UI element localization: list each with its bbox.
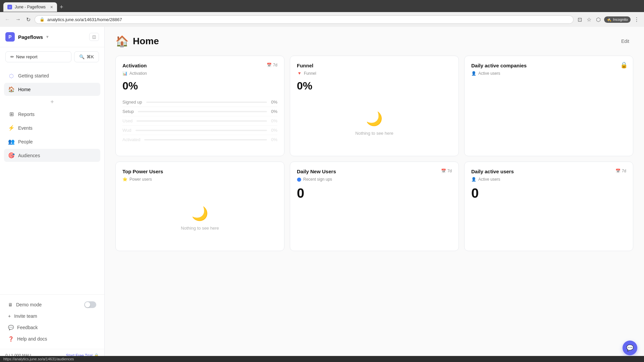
row-bar [146, 102, 267, 103]
row-value: 0% [271, 109, 277, 114]
sidebar-item-invite-team[interactable]: + Invite team [4, 311, 100, 321]
browser-chrome: J June - Pageflows × + ← → ↻ 🔒 analytics… [0, 0, 644, 27]
getting-started-icon: ◌ [8, 72, 15, 79]
home-label: Home [18, 87, 31, 92]
toolbar-actions: ⊡ ☆ ⬡ 🕵 Incognito ⋮ [576, 15, 641, 24]
demo-mode-label: Demo mode [16, 302, 42, 307]
bookmark-button[interactable]: ☆ [585, 15, 593, 24]
row-label: Used [122, 118, 132, 123]
incognito-label: Incognito [613, 17, 628, 21]
reports-label: Reports [18, 112, 35, 117]
funnel-card-header: Funnel [297, 63, 452, 68]
activation-row-activated: Activated 0% [122, 135, 277, 144]
cast-button[interactable]: ⊡ [576, 15, 583, 24]
status-url: https://analytics.june.so/a/14631/audien… [3, 357, 74, 361]
audiences-label: Audiences [18, 153, 40, 158]
tab-title: June - Pageflows [15, 5, 46, 9]
empty-moon-icon: 🌙 [366, 111, 383, 127]
sidebar-toggle-button[interactable]: ◫ [89, 33, 99, 41]
demo-mode-toggle[interactable] [84, 301, 96, 308]
main-header: 🏠 Home Edit [105, 27, 644, 56]
row-bar [144, 139, 267, 140]
feedback-icon: 💬 [8, 325, 14, 330]
sidebar-header: P Pageflows ▾ ◫ [0, 27, 104, 47]
tab-close-button[interactable]: × [50, 4, 53, 10]
tpu-empty-text: Nothing to see here [181, 226, 219, 231]
row-label: Signed up [122, 100, 142, 105]
sidebar-item-events[interactable]: ⚡ Events [4, 121, 100, 134]
app-container: P Pageflows ▾ ◫ ✏ New report 🔍 ⌘K ◌ Gett… [0, 27, 644, 362]
profile-button[interactable]: ⬡ [595, 15, 602, 24]
tpu-subtitle-text: Power users [129, 177, 152, 182]
row-value: 0% [271, 118, 277, 123]
new-report-label: New report [16, 54, 38, 59]
chat-icon: 💬 [626, 344, 634, 352]
home-icon: 🏠 [8, 86, 15, 93]
calendar-icon-2: 📅 [441, 169, 446, 173]
sidebar-item-help[interactable]: ❓ Help and docs [4, 334, 100, 344]
reload-button[interactable]: ↻ [25, 15, 32, 24]
row-label: Setup [122, 109, 134, 114]
dnu-value: 0 [297, 186, 452, 201]
incognito-badge: 🕵 Incognito [604, 16, 631, 23]
sidebar-item-people[interactable]: 👥 People [4, 135, 100, 148]
active-tab[interactable]: J June - Pageflows × [3, 2, 57, 12]
activation-subtitle: 📊 Activation [122, 71, 277, 76]
add-section-button[interactable]: + [4, 97, 100, 108]
activation-value: 0% [122, 80, 277, 92]
browser-toolbar: ← → ↻ 🔒 analytics.june.so/a/14631/home/2… [0, 12, 644, 27]
address-bar[interactable]: 🔒 analytics.june.so/a/14631/home/28867 [35, 15, 574, 24]
back-button[interactable]: ← [3, 15, 11, 24]
dau-subtitle: 👤 Active users [471, 177, 626, 182]
activation-row-signed-up: Signed up 0% [122, 98, 277, 107]
activation-title: Activation [122, 63, 147, 68]
events-icon: ⚡ [8, 125, 15, 131]
activation-card-header: Activation 📅 7d [122, 63, 277, 68]
dac-subtitle: 👤 Active users [471, 71, 626, 76]
dashboard-grid: Activation 📅 7d 📊 Activation 0% Signed u… [105, 56, 644, 262]
brand-name: Pageflows [18, 34, 43, 40]
row-bar [138, 111, 267, 112]
dau-title: Daily active users [471, 169, 514, 174]
audiences-icon: 🎯 [8, 152, 15, 159]
search-shortcut: ⌘K [87, 54, 94, 59]
new-tab-button[interactable]: + [57, 4, 66, 11]
sidebar-item-getting-started[interactable]: ◌ Getting started [4, 69, 100, 82]
row-value: 0% [271, 100, 277, 105]
forward-button[interactable]: → [14, 15, 22, 24]
search-button[interactable]: 🔍 ⌘K [74, 51, 99, 62]
extensions-button[interactable]: ⋮ [633, 15, 641, 24]
sidebar-item-feedback[interactable]: 💬 Feedback [4, 322, 100, 333]
empty-moon-icon-2: 🌙 [192, 206, 208, 222]
edit-button[interactable]: Edit [617, 37, 633, 46]
sidebar-item-home[interactable]: 🏠 Home [4, 83, 100, 96]
activation-row-wud: Wud 0% [122, 126, 277, 135]
dnu-title: Daily New Users [297, 169, 336, 174]
row-label: Wud [122, 128, 131, 133]
top-power-users-card: Top Power Users ⭐ Power users 🌙 Nothing … [115, 162, 284, 251]
row-value: 0% [271, 128, 277, 133]
activation-subtitle-icon: 📊 [122, 71, 127, 76]
sidebar-actions: ✏ New report 🔍 ⌘K [0, 47, 104, 66]
dau-card-header: Daily active users 📅 7d [471, 169, 626, 174]
funnel-subtitle: 🔻 Funnel [297, 71, 452, 76]
new-report-icon: ✏ [10, 54, 14, 59]
chat-support-button[interactable]: 💬 [623, 341, 637, 355]
tpu-empty: 🌙 Nothing to see here [122, 186, 277, 244]
tpu-subtitle-icon: ⭐ [122, 177, 127, 182]
sidebar-item-reports[interactable]: ⊞ Reports [4, 108, 100, 121]
row-bar [137, 120, 267, 122]
demo-mode-item[interactable]: 🖥 Demo mode [4, 299, 100, 311]
activation-rows: Signed up 0% Setup 0% Used 0% [122, 98, 277, 144]
demo-mode-icon: 🖥 [8, 302, 13, 307]
url-text: analytics.june.so/a/14631/home/28867 [47, 17, 122, 22]
toggle-knob [85, 302, 90, 307]
daily-active-companies-card: Daily active companies 🔒 👤 Active users [464, 56, 633, 156]
getting-started-label: Getting started [18, 73, 49, 78]
sidebar-brand[interactable]: P Pageflows ▾ [5, 32, 48, 42]
calendar-icon: 📅 [267, 63, 272, 67]
tab-favicon: J [7, 5, 12, 9]
new-report-button[interactable]: ✏ New report [5, 51, 71, 62]
sidebar-item-audiences[interactable]: 🎯 Audiences [4, 149, 100, 162]
ssl-lock-icon: 🔒 [40, 17, 45, 22]
